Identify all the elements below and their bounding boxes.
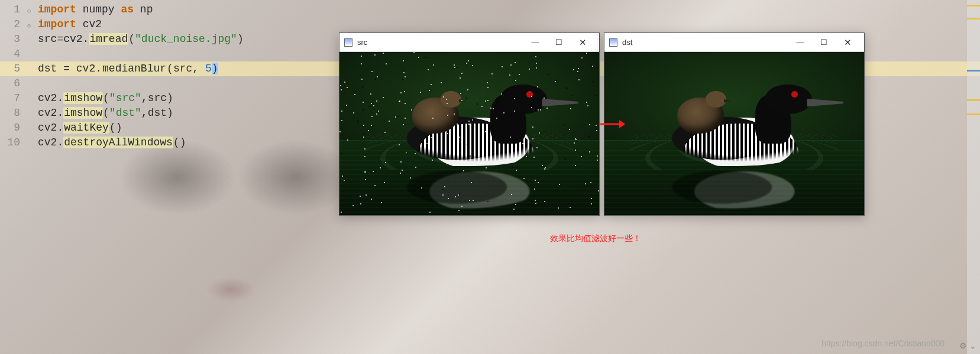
fold-icon <box>27 91 38 93</box>
line-number: 4 <box>0 47 27 61</box>
window-title: dst <box>622 38 632 47</box>
window-title: src <box>357 38 367 47</box>
close-button[interactable]: ✕ <box>571 37 594 48</box>
line-number: 8 <box>0 106 27 121</box>
code-line[interactable]: 2⊖import cv2 <box>0 17 980 32</box>
fold-icon[interactable]: ⊖ <box>27 2 38 19</box>
window-icon <box>344 38 352 47</box>
window-dst[interactable]: dst — ☐ ✕ <box>604 33 865 216</box>
fold-icon[interactable]: ⊖ <box>27 17 38 34</box>
line-number: 9 <box>0 121 27 135</box>
settings-icon[interactable]: ⚙ ⌄ <box>959 341 976 350</box>
caption-text: 效果比均值滤波好一些！ <box>550 233 641 244</box>
line-number: 2 <box>0 17 27 32</box>
line-number: 10 <box>0 135 27 150</box>
window-icon <box>609 38 617 47</box>
line-number: 3 <box>0 32 27 47</box>
titlebar-src[interactable]: src — ☐ ✕ <box>339 33 599 52</box>
code-editor[interactable]: 1⊖import numpy as np2⊖import cv23src=cv2… <box>0 0 980 354</box>
code-content[interactable]: import numpy as np <box>38 2 980 17</box>
line-number: 7 <box>0 91 27 106</box>
fold-icon <box>27 135 38 137</box>
fold-icon <box>27 61 38 63</box>
line-number: 1 <box>0 2 27 17</box>
watermark-text: https://blog.csdn.net/Cristiano000 <box>821 339 945 348</box>
close-button[interactable]: ✕ <box>836 37 859 48</box>
image-dst <box>604 52 864 215</box>
titlebar-dst[interactable]: dst — ☐ ✕ <box>604 33 864 52</box>
fold-icon <box>27 106 38 108</box>
editor-marker-strip <box>967 0 980 354</box>
maximize-button[interactable]: ☐ <box>547 38 571 47</box>
window-src[interactable]: src — ☐ ✕ <box>339 33 600 216</box>
code-content[interactable]: import cv2 <box>38 17 980 32</box>
image-src <box>339 52 599 215</box>
fold-icon <box>27 76 38 78</box>
svg-marker-1 <box>619 120 625 128</box>
fold-icon <box>27 121 38 122</box>
fold-icon <box>27 32 38 34</box>
code-line[interactable]: 1⊖import numpy as np <box>0 2 980 17</box>
minimize-button[interactable]: — <box>523 38 547 47</box>
line-number: 5 <box>0 61 27 76</box>
maximize-button[interactable]: ☐ <box>812 38 836 47</box>
arrow-icon <box>599 118 625 134</box>
line-number: 6 <box>0 76 27 91</box>
fold-icon <box>27 47 38 48</box>
minimize-button[interactable]: — <box>788 38 812 47</box>
